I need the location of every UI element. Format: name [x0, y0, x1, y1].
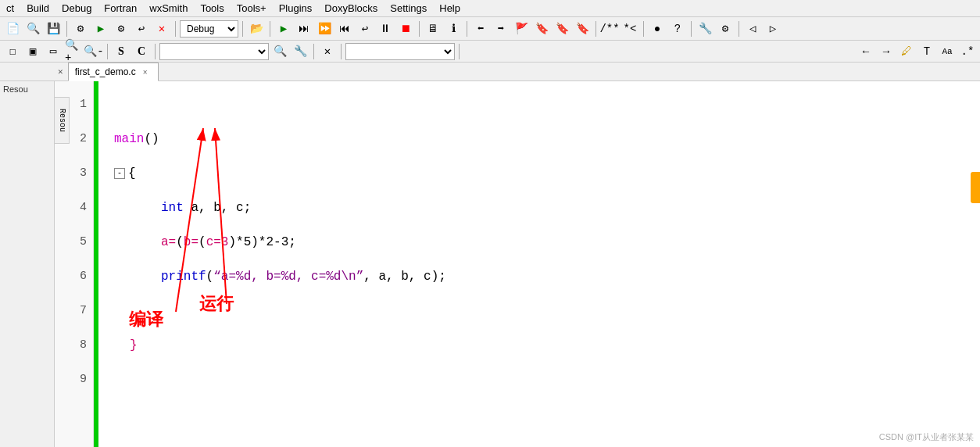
- bookmark-btn1[interactable]: 🔖: [532, 20, 551, 38]
- c-btn[interactable]: C: [132, 42, 151, 61]
- rebuild-btn[interactable]: ↩: [132, 20, 151, 38]
- sep2: [175, 21, 176, 37]
- sep15: [459, 44, 460, 59]
- debug-info-btn[interactable]: ℹ: [444, 20, 463, 38]
- regex-btn[interactable]: .*: [958, 42, 977, 61]
- flag-btn[interactable]: 🚩: [512, 20, 531, 38]
- sidebar-content: Resou: [0, 81, 54, 97]
- debug-window-btn[interactable]: 🖥: [424, 20, 442, 38]
- line-num-8: 8: [55, 328, 87, 363]
- menu-wxsmith[interactable]: wxSmith: [146, 2, 191, 14]
- code-printf-args: , a, b, c);: [363, 259, 446, 294]
- text-btn[interactable]: T: [917, 42, 936, 61]
- nav-prev-btn[interactable]: ←: [857, 42, 875, 61]
- run-btn[interactable]: ▶: [91, 20, 110, 38]
- debug-return-btn[interactable]: ↩: [356, 20, 374, 38]
- debug-next-btn[interactable]: ⏭: [295, 20, 313, 38]
- code-string: “a=%d, b=%d, c=%d\n”: [213, 259, 363, 294]
- menu-settings[interactable]: Settings: [387, 2, 430, 14]
- line-num-6: 6: [55, 259, 87, 294]
- zoom-out-btn[interactable]: 🔍-: [84, 42, 103, 61]
- back-btn[interactable]: ⬅: [471, 20, 490, 38]
- build-btn[interactable]: ⚙: [112, 20, 131, 38]
- debug-out-btn[interactable]: ⏮: [335, 20, 354, 38]
- close-panel-btn[interactable]: ✕: [58, 66, 63, 77]
- tab-close-btn[interactable]: ×: [139, 66, 152, 78]
- code-printf-paren: (: [206, 259, 214, 294]
- sidebar-toggle[interactable]: Resou: [54, 97, 70, 144]
- sep3: [242, 21, 243, 37]
- watermark: CSDN @IT从业者张某某: [879, 431, 974, 443]
- sep5: [419, 21, 420, 37]
- line-num-3: 3: [55, 156, 87, 191]
- debug-stop-btn[interactable]: ⏹: [396, 20, 415, 38]
- dot-btn[interactable]: ●: [648, 20, 667, 38]
- menu-toolsplus[interactable]: Tools+: [234, 2, 270, 14]
- config-btn[interactable]: ⚙: [716, 20, 735, 38]
- code-line-1: [114, 88, 980, 122]
- forward-btn[interactable]: ➡: [492, 20, 510, 38]
- sep7: [596, 21, 596, 37]
- sidebar-tab-label: Resou: [58, 109, 66, 132]
- code-main-kw: main: [114, 122, 144, 156]
- code-line-7: [114, 294, 980, 328]
- run-label: 运行: [199, 292, 234, 316]
- highlight-btn[interactable]: 🖊: [897, 42, 916, 61]
- menu-plugins[interactable]: Plugins: [276, 2, 316, 14]
- expand-box[interactable]: -: [114, 168, 125, 179]
- comment-btn[interactable]: /**: [600, 20, 619, 38]
- wrench-btn[interactable]: 🔧: [696, 20, 714, 38]
- search-btn[interactable]: 🔍: [270, 42, 289, 61]
- nav-left-btn[interactable]: ◁: [743, 20, 762, 38]
- sidebar-label: Resou: [3, 84, 28, 94]
- question-btn[interactable]: ?: [668, 20, 687, 38]
- panel-btn1[interactable]: ☐: [3, 42, 22, 61]
- toolbar-1: 📄 🔍 💾 ⚙ ▶ ⚙ ↩ ✕ Debug Release 📂 ▶ ⏭ ⏩ ⏮ …: [0, 17, 980, 41]
- debug-run-btn[interactable]: ▶: [274, 20, 293, 38]
- debug-pause-btn[interactable]: ⏸: [376, 20, 395, 38]
- panel-btn2[interactable]: ▣: [23, 42, 42, 61]
- panel-btn3[interactable]: ▭: [44, 42, 63, 61]
- clear-btn[interactable]: ✕: [318, 42, 337, 61]
- menu-debug[interactable]: Debug: [59, 2, 95, 14]
- debug-step-btn[interactable]: ⏩: [315, 20, 334, 38]
- gear-btn[interactable]: ⚙: [71, 20, 90, 38]
- menu-doxyblocks[interactable]: DoxyBlocks: [321, 2, 381, 14]
- s-btn[interactable]: S: [112, 42, 131, 61]
- code-content[interactable]: main() - { int a, b, c; a=(b=(c=3)*5)*2-…: [98, 81, 980, 447]
- bookmark-btn3[interactable]: 🔖: [573, 20, 592, 38]
- aa-btn[interactable]: Aa: [938, 42, 957, 61]
- tab-first-c-demo[interactable]: first_c_demo.c ×: [68, 63, 159, 81]
- code-close-brace: }: [130, 328, 138, 363]
- nav-right-btn[interactable]: ▷: [764, 20, 782, 38]
- code-line-9: [114, 363, 980, 397]
- nav-next-btn[interactable]: →: [877, 42, 896, 61]
- search-dropdown[interactable]: [345, 43, 455, 60]
- code-editor[interactable]: 1 2 3 4 5 6 7 8 9 main(): [55, 81, 980, 447]
- save-btn[interactable]: 💾: [44, 20, 63, 38]
- settings-btn2[interactable]: 🔧: [291, 42, 309, 61]
- menu-tools[interactable]: Tools: [197, 2, 227, 14]
- open-file-btn2[interactable]: 📂: [247, 20, 266, 38]
- new-file-btn[interactable]: 📄: [3, 20, 22, 38]
- open-btn[interactable]: 🔍: [23, 20, 42, 38]
- code-line-6: printf(“a=%d, b=%d, c=%d\n”, a, b, c);: [114, 259, 980, 294]
- stop-btn[interactable]: ✕: [152, 20, 171, 38]
- menu-ct[interactable]: ct: [3, 2, 17, 14]
- menu-build[interactable]: Build: [23, 2, 52, 14]
- code-line-3: - {: [114, 156, 980, 191]
- sep8: [643, 21, 644, 37]
- code-open-brace: {: [128, 156, 136, 191]
- menu-fortran[interactable]: Fortran: [101, 2, 140, 14]
- bookmark-btn2[interactable]: 🔖: [553, 20, 571, 38]
- build-dropdown[interactable]: Debug Release: [180, 20, 238, 38]
- line-num-9: 9: [55, 363, 87, 397]
- menubar: ct Build Debug Fortran wxSmith Tools Too…: [0, 0, 980, 17]
- zoom-in-btn[interactable]: 🔍+: [64, 42, 83, 61]
- menu-help[interactable]: Help: [436, 2, 463, 14]
- code-line-2: main(): [114, 122, 980, 156]
- function-dropdown[interactable]: [159, 43, 269, 60]
- uncomment-btn[interactable]: *<: [621, 20, 639, 38]
- sep14: [341, 44, 342, 59]
- code-expr: )*5)*2-3;: [228, 225, 295, 259]
